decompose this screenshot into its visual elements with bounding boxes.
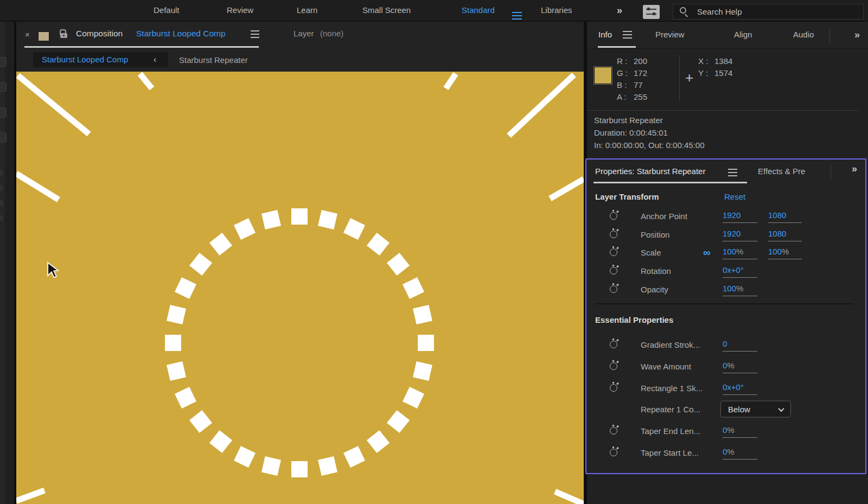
search-help-field[interactable]: Search Help: [673, 4, 864, 20]
property-row-gradient-strok: Gradient Strok...0: [586, 336, 865, 353]
tab-preview[interactable]: Preview: [655, 22, 684, 48]
property-label: Anchor Point: [641, 212, 687, 221]
info-divider: [679, 55, 680, 101]
property-value-field[interactable]: 0x+0°: [723, 381, 757, 395]
workspace-tab-libraries[interactable]: Libraries: [541, 0, 572, 21]
breadcrumb-back-icon: ‹: [154, 52, 156, 67]
tab-info[interactable]: Info: [598, 22, 612, 48]
composition-panel-header: × Composition Starburst Looped Comp Laye…: [16, 22, 584, 72]
repeater-square: [318, 210, 337, 229]
composition-viewport[interactable]: [16, 72, 584, 504]
search-icon: [680, 7, 686, 14]
stopwatch-icon[interactable]: [610, 449, 617, 456]
comp-panel-menu-icon[interactable]: [251, 30, 259, 40]
link-dimensions-icon[interactable]: ∞: [703, 247, 711, 258]
workspace-tab-small-screen[interactable]: Small Screen: [362, 0, 411, 21]
breadcrumb-comp-button[interactable]: Starburst Looped Comp ‹: [33, 52, 168, 67]
property-value-field[interactable]: 1920: [723, 209, 757, 223]
edge-tool-button[interactable]: [0, 57, 7, 67]
property-row-anchor-point: Anchor Point19201080: [586, 208, 865, 224]
property-value-field[interactable]: 0x+0°: [723, 264, 757, 278]
property-label: Scale: [641, 248, 661, 257]
workspace-overflow-icon[interactable]: »: [617, 0, 621, 21]
edge-tool-button[interactable]: [0, 82, 7, 92]
starburst-ray: [18, 75, 89, 134]
property-value-field[interactable]: 1920: [723, 227, 757, 241]
chevron-down-icon: [778, 406, 784, 412]
tab-effects-presets[interactable]: Effects & Pre: [758, 167, 827, 176]
property-value-field[interactable]: 1080: [768, 227, 802, 241]
info-rgba-row: A :255: [617, 92, 647, 101]
info-xy-row: X :1384: [698, 56, 732, 66]
property-row-position: Position19201080: [586, 226, 865, 243]
close-panel-icon[interactable]: ×: [25, 30, 30, 39]
standard-workspace-menu-icon[interactable]: [512, 7, 522, 15]
panel-overflow-icon[interactable]: »: [852, 163, 856, 175]
stopwatch-icon[interactable]: [610, 362, 617, 370]
property-label: Opacity: [641, 285, 668, 294]
info-rgba-row: G :172: [617, 68, 647, 78]
repeater-square: [167, 305, 186, 324]
panel-overflow-icon[interactable]: »: [854, 22, 859, 48]
property-value-field[interactable]: 0%: [723, 445, 757, 460]
workspace-tab-learn[interactable]: Learn: [297, 0, 317, 21]
property-label: Position: [641, 230, 669, 239]
workspace-tab-review[interactable]: Review: [227, 0, 253, 21]
tab-properties[interactable]: Properties: Starburst Repeater: [595, 167, 705, 176]
tab-audio[interactable]: Audio: [793, 22, 814, 48]
repeater-square: [167, 361, 186, 381]
workspace-switcher-icon[interactable]: [643, 5, 660, 19]
workspace-tab-default[interactable]: Default: [154, 0, 180, 21]
edge-tool-button[interactable]: [0, 132, 7, 143]
starburst-ray: [550, 179, 584, 199]
search-placeholder: Search Help: [697, 4, 742, 19]
tabbar-divider: [829, 28, 830, 43]
stopwatch-icon[interactable]: [610, 341, 617, 348]
property-value-field[interactable]: 100%: [768, 245, 802, 259]
info-rgba-row: R :200: [617, 56, 647, 66]
edge-tool-button[interactable]: [0, 107, 7, 118]
reset-button[interactable]: Reset: [724, 192, 745, 201]
stopwatch-icon[interactable]: [610, 248, 617, 256]
property-row-rectangle-1-sk: Rectangle 1 Sk...0x+0°: [586, 380, 865, 396]
starburst-rays: [16, 72, 584, 504]
property-value-field[interactable]: 0: [723, 337, 757, 352]
property-row-scale: Scale∞100%100%: [586, 244, 865, 260]
mouse-cursor: [47, 261, 61, 280]
repeater-square: [291, 208, 308, 225]
property-value-field[interactable]: 0%: [723, 359, 757, 373]
active-tab-underline: [24, 46, 259, 48]
properties-panel-menu-icon[interactable]: [728, 169, 737, 178]
starburst-ray: [555, 492, 584, 504]
info-panel-menu-icon[interactable]: [623, 31, 632, 40]
property-label: Repeater 1 Co...: [641, 405, 700, 414]
stopwatch-icon[interactable]: [610, 285, 617, 293]
stopwatch-icon[interactable]: [610, 231, 617, 238]
repeater-square: [261, 210, 281, 229]
property-row-opacity: Opacity100%: [586, 281, 865, 297]
property-value-field[interactable]: 1080: [768, 209, 802, 223]
stopwatch-icon[interactable]: [610, 384, 617, 392]
property-value-field[interactable]: 100%: [723, 282, 757, 296]
unlock-icon[interactable]: [60, 33, 67, 38]
property-value-field[interactable]: 100%: [723, 245, 757, 259]
panel-type-label: Composition: [76, 29, 123, 39]
info-xy-row: Y :1574: [698, 68, 732, 78]
right-panel-group: » InfoPreviewAlignAudio R :200G :172B :7…: [587, 22, 868, 504]
layer-viewer-value[interactable]: (none): [320, 29, 343, 38]
breadcrumb-layer-label[interactable]: Starburst Repeater: [179, 55, 248, 65]
stopwatch-icon[interactable]: [610, 212, 617, 220]
property-row-taper-end-len: Taper End Len...0%: [586, 423, 865, 439]
stopwatch-icon[interactable]: [610, 267, 617, 275]
tab-align[interactable]: Align: [734, 22, 752, 48]
layer-viewer-label[interactable]: Layer: [293, 29, 314, 38]
property-label: Rectangle 1 Sk...: [641, 384, 703, 393]
property-value-field[interactable]: 0%: [723, 424, 757, 438]
workspace-tab-standard[interactable]: Standard: [462, 0, 495, 21]
stopwatch-icon[interactable]: [610, 427, 617, 435]
dropdown-below[interactable]: Below: [720, 401, 791, 418]
comp-name-link[interactable]: Starburst Looped Comp: [136, 29, 226, 39]
property-row-repeater-1-co: Repeater 1 Co...Below: [586, 401, 865, 417]
info-duration: Duration: 0:00:45:01: [594, 128, 668, 137]
comp-color-swatch[interactable]: [38, 31, 49, 41]
